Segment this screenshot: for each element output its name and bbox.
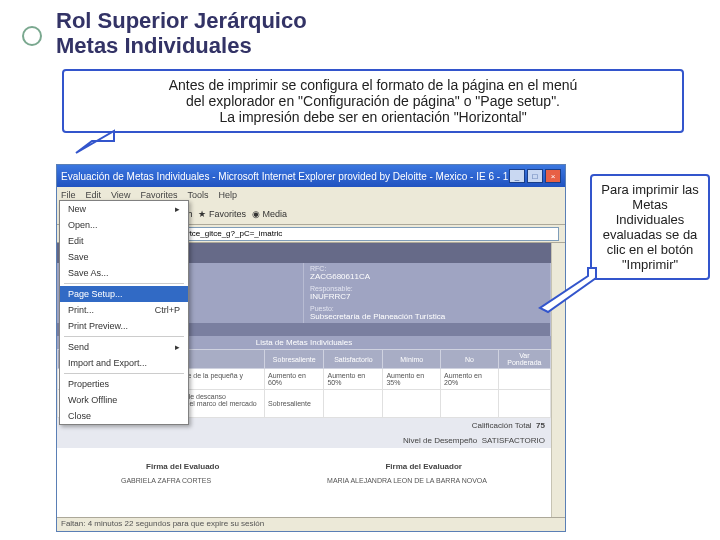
- menu-help[interactable]: Help: [218, 190, 237, 200]
- window-buttons: _ □ ×: [509, 169, 561, 183]
- minimize-button[interactable]: _: [509, 169, 525, 183]
- menu-file[interactable]: File: [61, 190, 76, 200]
- browser-window: Evaluación de Metas Individuales - Micro…: [56, 164, 566, 532]
- window-title-text: Evaluación de Metas Individuales - Micro…: [61, 171, 508, 182]
- favorites-button[interactable]: ★ Favorites: [198, 209, 246, 219]
- level-row: Nivel de Desempeño SATISFACTORIO: [57, 433, 551, 448]
- callout-right-text: Para imprimir las Metas Individuales eva…: [601, 182, 699, 272]
- menu-edit[interactable]: Edit: [86, 190, 102, 200]
- menu-item-close[interactable]: Close: [60, 408, 188, 424]
- menu-view[interactable]: View: [111, 190, 130, 200]
- menu-item-new[interactable]: New▸: [60, 201, 188, 217]
- maximize-button[interactable]: □: [527, 169, 543, 183]
- svg-marker-2: [540, 268, 596, 312]
- media-label: Media: [263, 209, 288, 219]
- menu-item-save[interactable]: Save: [60, 249, 188, 265]
- window-titlebar: Evaluación de Metas Individuales - Micro…: [57, 165, 565, 187]
- close-button[interactable]: ×: [545, 169, 561, 183]
- svg-marker-1: [76, 131, 114, 153]
- menu-item-edit[interactable]: Edit: [60, 233, 188, 249]
- slide-title: Rol Superior Jerárquico Metas Individual…: [56, 8, 690, 59]
- menu-item-page-setup[interactable]: Page Setup...: [60, 286, 188, 302]
- menu-item-print[interactable]: Print...Ctrl+P: [60, 302, 188, 318]
- callout-top-l2: del explorador en "Configuración de pági…: [78, 93, 668, 109]
- menu-item-preview[interactable]: Print Preview...: [60, 318, 188, 334]
- signature-names: GABRIELA ZAFRA CORTES MARIA ALEJANDRA LE…: [57, 475, 551, 486]
- signature-labels: Firma del Evaluado Firma del Evaluador: [57, 448, 551, 475]
- bullet-icon: [22, 26, 42, 46]
- title-line1: Rol Superior Jerárquico: [56, 8, 307, 33]
- menu-item-save-as[interactable]: Save As...: [60, 265, 188, 281]
- callout-right-arrow: [538, 266, 598, 314]
- menu-item-import[interactable]: Import and Export...: [60, 355, 188, 371]
- menu-tools[interactable]: Tools: [187, 190, 208, 200]
- menu-item-properties[interactable]: Properties: [60, 376, 188, 392]
- favorites-label: Favorites: [209, 209, 246, 219]
- callout-top-arrow: [74, 129, 184, 157]
- status-bar: Faltan: 4 minutos 22 segundos para que e…: [57, 517, 565, 531]
- menu-item-open[interactable]: Open...: [60, 217, 188, 233]
- menu-item-offline[interactable]: Work Offline: [60, 392, 188, 408]
- menu-favorites[interactable]: Favorites: [140, 190, 177, 200]
- callout-top-l3: La impresión debe ser en orientación "Ho…: [78, 109, 668, 125]
- menu-item-send[interactable]: Send▸: [60, 339, 188, 355]
- callout-top: Antes de imprimir se configura el format…: [62, 69, 684, 133]
- file-menu-dropdown: New▸ Open... Edit Save Save As... Page S…: [59, 200, 189, 425]
- callout-right: Para imprimir las Metas Individuales eva…: [590, 174, 710, 280]
- callout-top-l1: Antes de imprimir se configura el format…: [78, 77, 668, 93]
- title-line2: Metas Individuales: [56, 33, 252, 58]
- media-button[interactable]: ◉ Media: [252, 209, 287, 219]
